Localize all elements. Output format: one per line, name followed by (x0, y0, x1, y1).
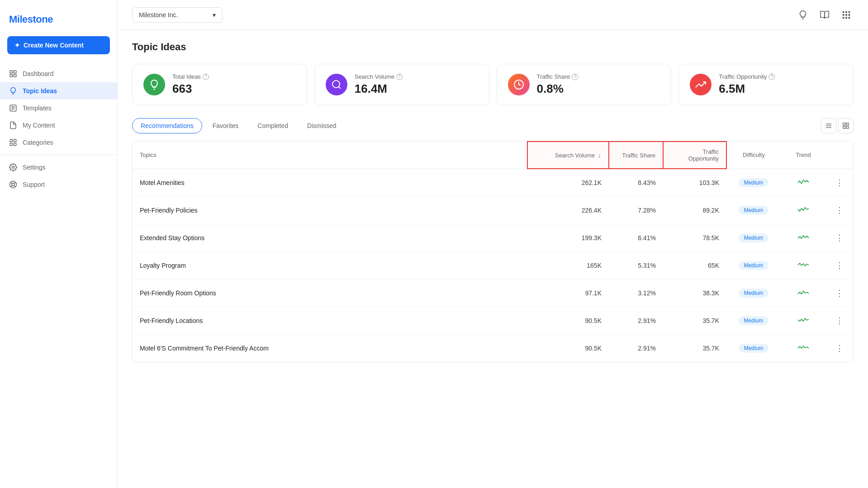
difficulty-cell: Medium (726, 334, 781, 362)
tab-recommendations[interactable]: Recommendations (132, 118, 202, 133)
table-row: Pet-Friendly Room Options 97.1K 3.12% 38… (133, 279, 853, 307)
col-traffic-opportunity: Traffic Opportunity (663, 142, 726, 169)
company-selector[interactable]: Milestone Inc. ▾ (132, 7, 223, 23)
table-row: Extended Stay Options 199.3K 6.41% 78.5K… (133, 224, 853, 251)
apps-icon (9, 138, 17, 147)
topbar: Milestone Inc. ▾ (118, 0, 868, 30)
table-row: Motel Amenities 262.1K 8.43% 103.3K Medi… (133, 169, 853, 196)
more-options-button[interactable]: ⋮ (833, 259, 846, 272)
stats-row: Total Ideas ? 663 Search Volume ? 16.4M (132, 64, 854, 105)
lightbulb-icon (9, 87, 17, 95)
total-ideas-help[interactable]: ? (203, 74, 209, 80)
svg-point-24 (849, 14, 850, 16)
more-options-button[interactable]: ⋮ (833, 314, 846, 327)
traffic-opportunity-cell: 89.2K (663, 196, 726, 224)
sidebar-item-templates[interactable]: Templates (0, 99, 117, 117)
topbar-icons (796, 8, 854, 22)
tabs: Recommendations Favorites Completed Dism… (132, 118, 345, 133)
col-more (826, 142, 853, 169)
apps-grid-icon[interactable] (839, 8, 854, 22)
main-content: Milestone Inc. ▾ Topic Ideas (118, 0, 868, 488)
traffic-share-cell: 3.12% (609, 279, 663, 307)
tab-favorites[interactable]: Favorites (204, 118, 247, 133)
stat-info-total-ideas: Total Ideas ? 663 (172, 73, 296, 96)
grid-view-button[interactable] (838, 118, 854, 133)
svg-rect-36 (846, 126, 849, 128)
traffic-opportunity-label: Traffic Opportunity (719, 73, 767, 80)
search-volume-label: Search Volume (355, 73, 394, 80)
list-view-button[interactable] (821, 118, 836, 133)
search-volume-cell: 262.1K (527, 169, 609, 196)
more-options-button[interactable]: ⋮ (833, 176, 846, 189)
difficulty-cell: Medium (726, 169, 781, 196)
col-topics: Topics (133, 142, 527, 169)
sidebar-item-topic-ideas[interactable]: Topic Ideas (0, 82, 117, 99)
topic-name: Pet-Friendly Policies (133, 196, 527, 224)
sidebar-nav: Dashboard Topic Ideas Templates My Conte… (0, 65, 117, 479)
sidebar-item-categories[interactable]: Categories (0, 134, 117, 151)
col-trend: Trend (781, 142, 826, 169)
traffic-share-cell: 5.31% (609, 251, 663, 279)
traffic-share-help[interactable]: ? (572, 74, 578, 80)
gear-icon (9, 163, 17, 171)
sidebar-item-templates-label: Templates (23, 104, 52, 112)
sidebar: Milestone ✦ Create New Content Dashboard… (0, 0, 118, 488)
svg-rect-11 (14, 143, 16, 146)
support-icon (9, 180, 17, 189)
search-volume-cell: 90.5K (527, 334, 609, 362)
svg-line-15 (11, 182, 12, 184)
sidebar-item-settings[interactable]: Settings (0, 159, 117, 176)
svg-rect-10 (10, 143, 12, 146)
traffic-opportunity-cell: 103.3K (663, 169, 726, 196)
trend-cell (781, 196, 826, 224)
traffic-opportunity-icon (690, 74, 711, 95)
more-cell: ⋮ (826, 334, 853, 362)
sidebar-item-settings-label: Settings (23, 164, 46, 171)
tab-completed[interactable]: Completed (249, 118, 297, 133)
topics-table: Topics Search Volume ↓ Traffic Share Tra… (132, 141, 854, 362)
stat-card-search-volume: Search Volume ? 16.4M (314, 64, 489, 105)
more-options-button[interactable]: ⋮ (833, 204, 846, 217)
svg-point-12 (12, 166, 14, 169)
traffic-opportunity-help[interactable]: ? (768, 74, 775, 80)
more-options-button[interactable]: ⋮ (833, 232, 846, 244)
col-search-volume[interactable]: Search Volume ↓ (527, 142, 609, 169)
tab-dismissed[interactable]: Dismissed (299, 118, 345, 133)
trend-cell (781, 307, 826, 334)
sidebar-item-support-label: Support (23, 181, 45, 188)
svg-line-16 (14, 185, 15, 187)
traffic-share-cell: 8.43% (609, 169, 663, 196)
page-title: Topic Ideas (132, 41, 854, 53)
search-volume-help[interactable]: ? (396, 74, 403, 80)
svg-point-28 (332, 81, 340, 88)
col-traffic-share: Traffic Share (609, 142, 663, 169)
more-options-button[interactable]: ⋮ (833, 342, 846, 355)
difficulty-cell: Medium (726, 307, 781, 334)
traffic-share-cell: 6.41% (609, 224, 663, 251)
trend-cell (781, 279, 826, 307)
sidebar-item-dashboard-label: Dashboard (23, 70, 54, 77)
traffic-share-cell: 2.91% (609, 334, 663, 362)
sidebar-item-my-content[interactable]: My Content (0, 117, 117, 134)
search-volume-icon (326, 74, 347, 95)
bulb-icon[interactable] (796, 8, 810, 22)
page-content: Topic Ideas Total Ideas ? 663 (118, 30, 868, 373)
traffic-share-cell: 7.28% (609, 196, 663, 224)
create-new-content-button[interactable]: ✦ Create New Content (7, 36, 110, 54)
topic-name: Loyalty Program (133, 251, 527, 279)
traffic-share-icon (508, 74, 530, 95)
search-volume-cell: 165K (527, 251, 609, 279)
sidebar-item-dashboard[interactable]: Dashboard (0, 65, 117, 82)
trend-cell (781, 334, 826, 362)
sidebar-item-support[interactable]: Support (0, 176, 117, 193)
difficulty-cell: Medium (726, 224, 781, 251)
topic-name: Pet-Friendly Locations (133, 307, 527, 334)
more-options-button[interactable]: ⋮ (833, 287, 846, 299)
table-row: Loyalty Program 165K 5.31% 65K Medium ⋮ (133, 251, 853, 279)
trend-cell (781, 224, 826, 251)
svg-rect-1 (14, 71, 16, 73)
stat-card-traffic-share: Traffic Share ? 0.8% (497, 64, 672, 105)
total-ideas-label: Total Ideas (172, 73, 201, 80)
book-icon[interactable] (817, 8, 832, 22)
search-volume-cell: 97.1K (527, 279, 609, 307)
